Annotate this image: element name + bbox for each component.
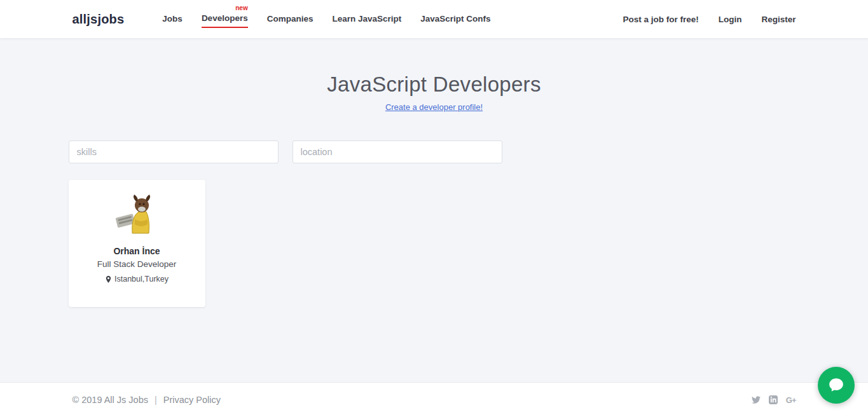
map-pin-icon: [105, 275, 112, 284]
create-profile-link[interactable]: Create a developer profile!: [385, 102, 483, 112]
new-badge: new: [235, 4, 247, 11]
logo[interactable]: alljsjobs: [72, 12, 125, 27]
nav-item-developers-label: Developers: [202, 13, 248, 23]
gnu-mascot-avatar: [113, 191, 160, 238]
footer: © 2019 All Js Jobs | Privacy Policy G+: [0, 382, 868, 417]
developer-location: Istanbul,Turkey: [75, 275, 199, 284]
copyright-text: © 2019 All Js Jobs: [72, 395, 149, 405]
footer-separator: |: [155, 395, 157, 405]
logo-part-js: js: [86, 12, 97, 26]
post-job-link[interactable]: Post a job for free!: [623, 11, 698, 27]
logo-part-all: all: [72, 12, 87, 26]
chat-button[interactable]: [818, 367, 855, 404]
nav-item-companies[interactable]: Companies: [267, 11, 313, 27]
footer-social: G+: [752, 395, 796, 405]
twitter-icon[interactable]: [752, 395, 761, 404]
privacy-policy-link[interactable]: Privacy Policy: [163, 395, 221, 405]
linkedin-icon[interactable]: [769, 395, 778, 404]
navbar: alljsjobs Jobs new Developers Companies …: [0, 0, 868, 39]
developer-role: Full Stack Developer: [75, 259, 199, 269]
location-input[interactable]: [293, 140, 502, 163]
filter-bar: [69, 140, 800, 163]
main-content: JavaScript Developers Create a developer…: [0, 39, 868, 382]
developer-location-text: Istanbul,Turkey: [114, 275, 169, 284]
navbar-right: Post a job for free! Login Register: [623, 11, 796, 27]
google-plus-icon[interactable]: G+: [786, 395, 796, 405]
register-link[interactable]: Register: [761, 11, 796, 27]
login-link[interactable]: Login: [719, 11, 742, 27]
chat-bubble-icon: [828, 376, 844, 395]
main-nav: Jobs new Developers Companies Learn Java…: [162, 10, 490, 28]
skills-input[interactable]: [69, 140, 279, 163]
nav-item-jobs[interactable]: Jobs: [162, 11, 183, 27]
developer-card[interactable]: Orhan İnce Full Stack Developer Istanbul…: [69, 180, 205, 307]
developer-name: Orhan İnce: [75, 246, 199, 256]
logo-part-jobs: jobs: [97, 12, 124, 26]
nav-item-learn-javascript[interactable]: Learn JavaScript: [332, 11, 401, 27]
nav-item-developers[interactable]: new Developers: [202, 10, 248, 28]
page-title: JavaScript Developers: [0, 39, 868, 97]
developer-card-grid: Orhan İnce Full Stack Developer Istanbul…: [69, 180, 800, 307]
google-plus-glyph: G+: [786, 395, 796, 405]
nav-item-javascript-confs[interactable]: JavaScript Confs: [420, 11, 490, 27]
